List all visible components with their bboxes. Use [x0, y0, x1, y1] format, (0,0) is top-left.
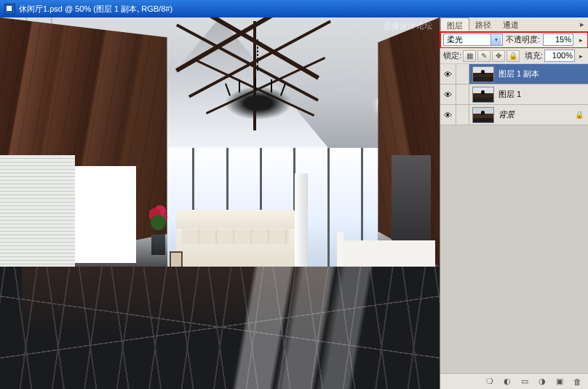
lock-fill-row: 锁定: ▦ ✎ ✥ 🔒 填充: 100% ▸ — [440, 48, 588, 64]
adjust-icon[interactable]: ◑ — [536, 376, 549, 388]
lock-label: 锁定: — [443, 50, 461, 61]
white-column — [295, 173, 308, 267]
blend-opacity-row: 柔光 ▾ 不透明度: 15% ▸ — [440, 32, 588, 48]
tab-channels[interactable]: 通道 — [497, 17, 525, 31]
blend-mode-select[interactable]: 柔光 ▾ — [443, 34, 503, 46]
opacity-flyout-icon[interactable]: ▸ — [576, 34, 585, 46]
canvas[interactable]: 思缘设计论坛 — [0, 17, 440, 389]
layer-item[interactable]: 👁 背景 🔒 — [440, 105, 588, 125]
layer-thumbnail — [472, 87, 494, 103]
layer-thumbnail — [472, 107, 494, 123]
visibility-toggle[interactable]: 👁 — [440, 85, 456, 104]
visibility-toggle[interactable]: 👁 — [440, 105, 456, 125]
link-cell[interactable] — [456, 85, 469, 104]
tab-layers[interactable]: 图层 — [440, 17, 469, 31]
panel-tabs: 图层 路径 通道 ▸ — [440, 17, 588, 32]
eye-icon: 👁 — [444, 90, 452, 99]
plant — [149, 203, 167, 255]
fill-input[interactable]: 100% — [544, 50, 575, 62]
link-cell[interactable] — [456, 64, 469, 84]
layers-panel-footer: ❍ ◐ ▭ ◑ ▣ 🗑 — [440, 373, 588, 389]
blend-mode-value: 柔光 — [447, 34, 463, 45]
layer-name: 图层 1 副本 — [498, 68, 539, 79]
lock-transparency-icon[interactable]: ▦ — [463, 50, 476, 62]
fill-label: 填充: — [525, 50, 543, 61]
layer-item[interactable]: 👁 图层 1 副本 — [440, 64, 588, 85]
opacity-input[interactable]: 15% — [543, 34, 573, 46]
layer-name: 背景 — [498, 109, 514, 120]
fx-icon[interactable]: ❍ — [483, 376, 496, 388]
app-icon — [4, 4, 15, 15]
rendered-image — [0, 17, 440, 389]
tab-paths[interactable]: 路径 — [469, 17, 497, 31]
chandelier — [218, 68, 298, 134]
floor — [0, 267, 440, 389]
opacity-label: 不透明度: — [506, 34, 540, 45]
new-layer-icon[interactable]: ▣ — [553, 376, 566, 388]
lock-all-icon[interactable]: 🔒 — [506, 50, 520, 62]
eye-icon: 👁 — [444, 111, 452, 119]
watermark: 思缘设计论坛 — [384, 20, 432, 31]
link-cell[interactable] — [456, 105, 469, 125]
layers-list: 👁 图层 1 副本 👁 图层 1 👁 背景 🔒 — [440, 64, 588, 373]
folder-icon[interactable]: ▭ — [518, 376, 531, 388]
layer-name: 图层 1 — [498, 89, 521, 100]
lock-pixels-icon[interactable]: ✎ — [477, 50, 490, 62]
eye-icon: 👁 — [444, 70, 452, 79]
lock-position-icon[interactable]: ✥ — [492, 50, 505, 62]
trash-icon[interactable]: 🗑 — [571, 376, 584, 388]
layer-item[interactable]: 👁 图层 1 — [440, 85, 588, 105]
layers-panel: 图层 路径 通道 ▸ 柔光 ▾ 不透明度: 15% ▸ 锁定: ▦ ✎ ✥ 🔒 … — [440, 17, 588, 389]
panel-menu-icon[interactable]: ▸ — [576, 17, 588, 31]
content-area: 思缘设计论坛 图层 路径 通道 ▸ 柔光 ▾ 不透明度: 15% ▸ 锁定: ▦… — [0, 17, 588, 389]
window-titlebar: 休闲厅1.psd @ 50% (图层 1 副本, RGB/8#) — [0, 0, 588, 17]
doorway — [75, 166, 137, 263]
chevron-down-icon: ▾ — [490, 34, 501, 45]
mask-icon[interactable]: ◐ — [501, 376, 514, 388]
lock-icon: 🔒 — [575, 111, 584, 119]
layer-thumbnail — [472, 66, 494, 82]
fill-flyout-icon[interactable]: ▸ — [576, 50, 585, 62]
document-title: 休闲厅1.psd @ 50% (图层 1 副本, RGB/8#) — [19, 4, 172, 15]
visibility-toggle[interactable]: 👁 — [440, 64, 456, 84]
